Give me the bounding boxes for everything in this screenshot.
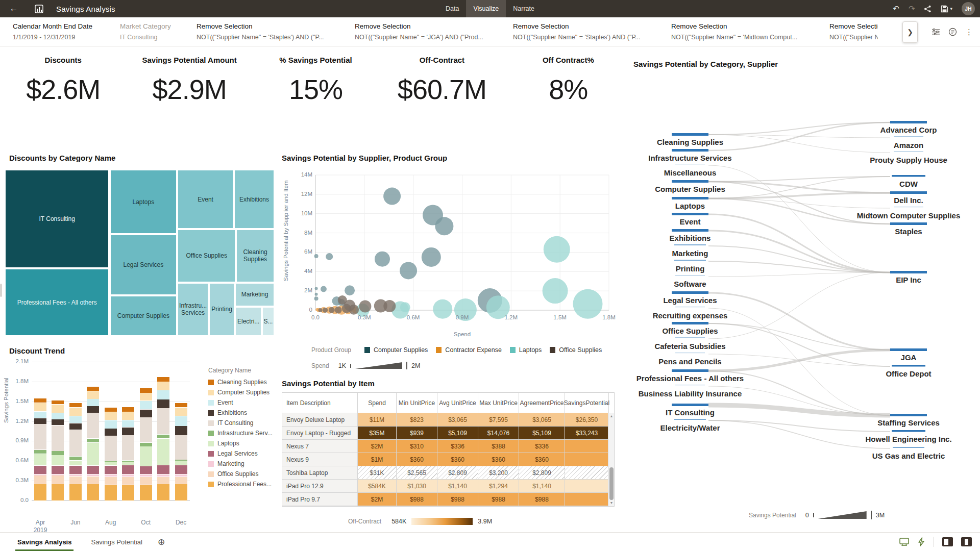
kebab-menu-icon[interactable]: ⋮ [965,28,973,37]
sankey-link[interactable] [708,122,890,135]
table-cell[interactable]: $939 [397,427,437,440]
sankey-node-bar[interactable] [892,175,925,177]
sankey-node-label[interactable]: IT Consulting [666,408,715,417]
sankey-node-bar[interactable] [672,322,708,324]
trend-bar-segment[interactable] [87,399,99,406]
trend-bar-segment[interactable] [105,485,117,500]
trend-bar-segment[interactable] [157,390,169,399]
treemap-cell[interactable]: Electri... [235,307,261,336]
table-row[interactable]: Toshiba Laptop$31K$2,565$2,809$3,200$2,8… [282,466,614,480]
trend-bar-segment[interactable] [140,466,152,474]
trend-bar-segment[interactable] [87,439,99,442]
legend-item[interactable]: Marketing [208,460,290,467]
sankey-node-label[interactable]: Electricity/Water [660,423,720,432]
treemap-cell[interactable]: Cleaning Supplies [236,230,274,282]
table-row[interactable]: Nexus 7$2M$310$336$388$336 [282,440,614,453]
bubble-computer-supplies[interactable] [383,188,401,205]
table-cell[interactable]: $823 [397,413,437,427]
legend-item[interactable]: Computer Supplies [364,346,428,354]
trend-bar-segment[interactable] [140,446,152,466]
scroll-up-icon[interactable]: ▲ [608,413,615,419]
sankey-link[interactable] [708,350,890,371]
trend-bar-segment[interactable] [69,430,82,456]
sankey-node-bar[interactable] [674,244,706,245]
table-header-cell[interactable]: Spend [358,393,397,413]
table-header-cell[interactable]: AgreementPrice [519,393,565,413]
sankey-node-bar[interactable] [892,430,925,432]
sankey-node-label[interactable]: Howell Engineering Inc. [865,435,951,443]
trend-bar[interactable] [34,398,46,500]
auto-insights-icon[interactable] [917,537,925,546]
trend-bar-segment[interactable] [105,462,117,465]
filter-item[interactable]: Remove SelectionNOT(("Supplier Name" = '… [829,22,878,41]
table-cell[interactable]: $360 [519,453,565,466]
bubble-office-supplies[interactable] [349,305,359,315]
table-cell[interactable]: Nexus 9 [282,453,358,466]
treemap-cell[interactable]: Legal Services [110,235,177,295]
canvas-properties-icon[interactable] [899,537,909,546]
trend-bar-segment[interactable] [140,417,152,442]
table-cell[interactable]: $33,243 [565,427,609,440]
table-cell[interactable]: $14,076 [478,427,519,440]
treemap-cell[interactable]: Marketing [235,283,274,307]
sankey-node-label[interactable]: Laptops [675,202,705,210]
trend-bar[interactable] [52,400,64,500]
sankey-node-bar[interactable] [892,365,925,367]
sankey-node-bar[interactable] [672,369,708,372]
kpi-tile[interactable]: Savings Potential Amount$2.9M [126,49,252,126]
bubble-laptops[interactable] [400,302,410,312]
trend-bar-segment[interactable] [34,475,46,484]
trend-bar-segment[interactable] [122,420,134,428]
treemap-cell[interactable]: Printing [209,283,234,336]
trend-bar-segment[interactable] [87,474,99,476]
trend-bar-segment[interactable] [69,466,82,474]
trend-bar-segment[interactable] [157,465,169,474]
scroll-down-icon[interactable]: ▼ [608,500,615,506]
sankey-node-label[interactable]: Prouty Supply House [870,156,947,164]
trend-bar-segment[interactable] [52,451,64,455]
table-cell[interactable]: $1M [358,453,397,466]
trend-bar-segment[interactable] [87,477,99,484]
table-cell[interactable]: Toshiba Laptop [282,466,358,480]
table-cell[interactable]: $584K [358,480,397,493]
trend-bar-segment[interactable] [69,484,82,500]
sankey-node-label[interactable]: Computer Supplies [655,185,725,193]
sankey-node-bar[interactable] [893,447,924,448]
trend-bar-segment[interactable] [122,435,134,460]
redo-icon[interactable]: ↷ [909,4,915,13]
table-cell[interactable]: $3,065 [519,413,565,427]
legend-item[interactable]: Infrastructure Serv... [208,430,290,437]
trend-bar-segment[interactable] [34,418,46,424]
share-icon[interactable] [924,5,932,13]
sankey-node-label[interactable]: Business Liability Insurance [639,389,742,398]
table-cell[interactable]: $2,565 [397,466,437,480]
sankey-node-label[interactable]: Professional Fees - All others [636,374,744,383]
filter-item[interactable]: Market CategoryIT Consulting [120,22,182,41]
bubble-computer-supplies[interactable] [326,253,333,260]
sankey-node-bar[interactable] [675,385,705,385]
trend-bar-segment[interactable] [175,461,187,465]
trend-bar-segment[interactable] [157,382,169,390]
trend-bar-segment[interactable] [34,454,46,466]
trend-bar-segment[interactable] [175,484,187,500]
table-cell[interactable] [565,480,609,493]
sankey-link[interactable] [708,272,890,339]
trend-bar-segment[interactable] [157,474,169,477]
canvas-tab-2[interactable]: Savings Potential [89,533,144,551]
bubble-computer-supplies[interactable] [400,262,417,279]
table-cell[interactable]: $360 [478,453,519,466]
sankey-node-bar[interactable] [894,151,923,152]
trend-bar-segment[interactable] [69,461,82,466]
sankey-node-bar[interactable] [890,121,927,123]
legend-item[interactable]: Cleaning Supplies [208,379,290,386]
trend-bar-segment[interactable] [105,429,117,436]
sankey-node-label[interactable]: Exhibitions [670,234,711,242]
trend-bar-segment[interactable] [122,474,134,477]
trend-bar-segment[interactable] [140,474,152,477]
trend-bar-segment[interactable] [122,461,134,462]
trend-bar-segment[interactable] [52,466,64,474]
trend-bar-segment[interactable] [34,412,46,418]
legend-item[interactable]: IT Consulting [208,419,290,427]
trend-bar-segment[interactable] [34,466,46,474]
table-row[interactable]: iPad Pro 9.7$2M$988$988$988$988 [282,493,614,506]
